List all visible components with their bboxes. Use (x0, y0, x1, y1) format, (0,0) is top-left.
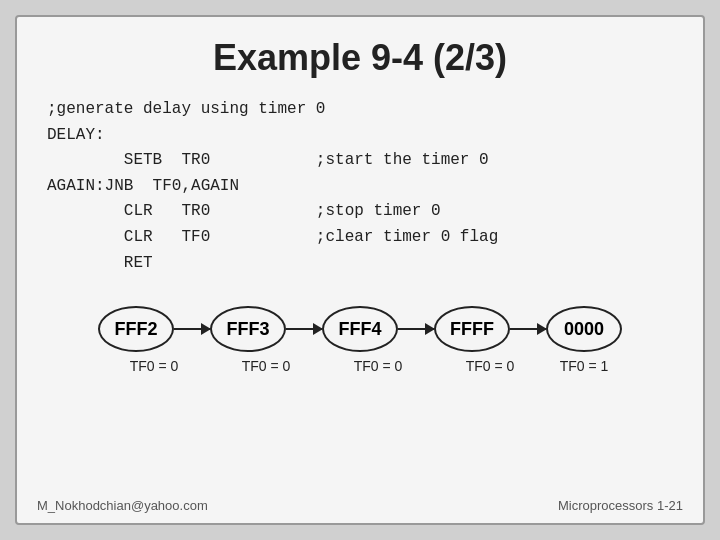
ellipse-FFF4: FFF4 (322, 306, 398, 352)
footer-left: M_Nokhodchian@yahoo.com (37, 498, 208, 513)
code-line-5: CLR TR0 ;stop timer 0 (47, 199, 673, 225)
node-sublabel-1: TF0 = 0 (242, 358, 291, 374)
code-line-6: CLR TF0 ;clear timer 0 flag (47, 225, 673, 251)
code-line-1: ;generate delay using timer 0 (47, 97, 673, 123)
code-line-3: SETB TR0 ;start the timer 0 (47, 148, 673, 174)
node-sublabel-3: TF0 = 0 (466, 358, 515, 374)
code-line-7: RET (47, 251, 673, 277)
code-line-4: AGAIN:JNB TF0,AGAIN (47, 174, 673, 200)
state-diagram: FFF2TF0 = 0FFF3TF0 = 0FFF4TF0 = 0FFFFTF0… (47, 306, 673, 374)
slide-title: Example 9-4 (2/3) (47, 37, 673, 79)
code-line-2: DELAY: (47, 123, 673, 149)
arrow-2 (398, 328, 434, 330)
node-sublabel-4: TF0 = 1 (560, 358, 609, 374)
slide: Example 9-4 (2/3) ;generate delay using … (15, 15, 705, 525)
ellipse-0000: 0000 (546, 306, 622, 352)
ellipse-FFF3: FFF3 (210, 306, 286, 352)
ellipse-FFFF: FFFF (434, 306, 510, 352)
footer: M_Nokhodchian@yahoo.com Microprocessors … (37, 498, 683, 513)
arrow-1 (286, 328, 322, 330)
arrow-3 (510, 328, 546, 330)
diagram-node-2: FFF4TF0 = 0 (322, 306, 434, 374)
ellipse-FFF2: FFF2 (98, 306, 174, 352)
node-sublabel-0: TF0 = 0 (130, 358, 179, 374)
node-sublabel-2: TF0 = 0 (354, 358, 403, 374)
footer-right: Microprocessors 1-21 (558, 498, 683, 513)
diagram-node-4: 0000TF0 = 1 (546, 306, 622, 374)
diagram-node-1: FFF3TF0 = 0 (210, 306, 322, 374)
diagram-node-0: FFF2TF0 = 0 (98, 306, 210, 374)
diagram-node-3: FFFFTF0 = 0 (434, 306, 546, 374)
code-block: ;generate delay using timer 0 DELAY: SET… (47, 97, 673, 276)
arrow-0 (174, 328, 210, 330)
